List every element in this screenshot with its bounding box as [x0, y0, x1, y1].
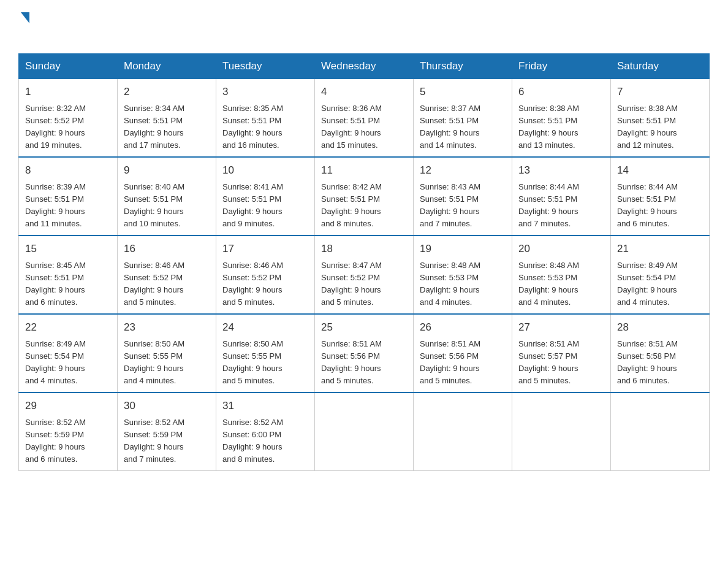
- day-info: Sunrise: 8:48 AMSunset: 5:53 PMDaylight:…: [420, 259, 506, 309]
- day-info: Sunrise: 8:49 AMSunset: 5:54 PMDaylight:…: [25, 338, 111, 388]
- calendar-day-cell: 16Sunrise: 8:46 AMSunset: 5:52 PMDayligh…: [118, 236, 216, 314]
- calendar-day-cell: 21Sunrise: 8:49 AMSunset: 5:54 PMDayligh…: [611, 236, 710, 314]
- calendar-day-cell: 26Sunrise: 8:51 AMSunset: 5:56 PMDayligh…: [414, 314, 512, 393]
- day-number: 31: [222, 398, 308, 414]
- day-number: 10: [222, 163, 308, 178]
- calendar-header-saturday: Saturday: [611, 54, 710, 79]
- calendar-day-cell: 1Sunrise: 8:32 AMSunset: 5:52 PMDaylight…: [19, 79, 118, 158]
- calendar-day-cell: 20Sunrise: 8:48 AMSunset: 5:53 PMDayligh…: [512, 236, 611, 314]
- calendar-day-cell: 22Sunrise: 8:49 AMSunset: 5:54 PMDayligh…: [19, 314, 118, 393]
- day-info: Sunrise: 8:46 AMSunset: 5:52 PMDaylight:…: [222, 259, 308, 309]
- day-info: Sunrise: 8:44 AMSunset: 5:51 PMDaylight:…: [518, 181, 604, 231]
- calendar-header-sunday: Sunday: [19, 54, 118, 79]
- logo: [18, 12, 29, 44]
- calendar-week-row: 1Sunrise: 8:32 AMSunset: 5:52 PMDaylight…: [19, 79, 710, 158]
- calendar-header-thursday: Thursday: [414, 54, 512, 79]
- calendar-week-row: 29Sunrise: 8:52 AMSunset: 5:59 PMDayligh…: [19, 393, 710, 471]
- day-number: 3: [222, 84, 308, 100]
- calendar-day-cell: 29Sunrise: 8:52 AMSunset: 5:59 PMDayligh…: [19, 393, 118, 471]
- day-number: 2: [124, 84, 210, 100]
- day-number: 13: [518, 163, 604, 178]
- day-number: 19: [420, 241, 506, 257]
- day-number: 25: [321, 320, 407, 335]
- calendar-week-row: 22Sunrise: 8:49 AMSunset: 5:54 PMDayligh…: [19, 314, 710, 393]
- day-number: 4: [321, 84, 407, 100]
- day-info: Sunrise: 8:51 AMSunset: 5:56 PMDaylight:…: [420, 338, 506, 388]
- day-number: 30: [124, 398, 210, 414]
- calendar-day-cell: 10Sunrise: 8:41 AMSunset: 5:51 PMDayligh…: [216, 157, 315, 236]
- day-info: Sunrise: 8:44 AMSunset: 5:51 PMDaylight:…: [617, 181, 703, 231]
- calendar-day-cell: 31Sunrise: 8:52 AMSunset: 6:00 PMDayligh…: [216, 393, 315, 471]
- day-number: 22: [25, 320, 111, 335]
- day-number: 12: [420, 163, 506, 178]
- day-info: Sunrise: 8:38 AMSunset: 5:51 PMDaylight:…: [617, 102, 703, 152]
- day-number: 27: [518, 320, 604, 335]
- day-number: 18: [321, 241, 407, 257]
- day-info: Sunrise: 8:51 AMSunset: 5:56 PMDaylight:…: [321, 338, 407, 388]
- day-number: 26: [420, 320, 506, 335]
- day-number: 9: [124, 163, 210, 178]
- calendar-day-cell: 7Sunrise: 8:38 AMSunset: 5:51 PMDaylight…: [611, 79, 710, 158]
- calendar-day-cell: 2Sunrise: 8:34 AMSunset: 5:51 PMDaylight…: [118, 79, 216, 158]
- logo-arrow-icon: [21, 12, 29, 23]
- calendar-day-cell: 24Sunrise: 8:50 AMSunset: 5:55 PMDayligh…: [216, 314, 315, 393]
- calendar-header-wednesday: Wednesday: [315, 54, 414, 79]
- calendar-day-cell: [611, 393, 710, 471]
- day-info: Sunrise: 8:38 AMSunset: 5:51 PMDaylight:…: [518, 102, 604, 152]
- day-info: Sunrise: 8:52 AMSunset: 5:59 PMDaylight:…: [124, 416, 210, 466]
- calendar-header-friday: Friday: [512, 54, 611, 79]
- day-info: Sunrise: 8:45 AMSunset: 5:51 PMDaylight:…: [25, 259, 111, 309]
- calendar-day-cell: 30Sunrise: 8:52 AMSunset: 5:59 PMDayligh…: [118, 393, 216, 471]
- day-info: Sunrise: 8:39 AMSunset: 5:51 PMDaylight:…: [25, 181, 111, 231]
- day-number: 17: [222, 241, 308, 257]
- calendar-day-cell: 12Sunrise: 8:43 AMSunset: 5:51 PMDayligh…: [414, 157, 512, 236]
- day-number: 8: [25, 163, 111, 178]
- calendar-day-cell: 4Sunrise: 8:36 AMSunset: 5:51 PMDaylight…: [315, 79, 414, 158]
- day-number: 24: [222, 320, 308, 335]
- day-info: Sunrise: 8:35 AMSunset: 5:51 PMDaylight:…: [222, 102, 308, 152]
- calendar-day-cell: [315, 393, 414, 471]
- calendar-day-cell: 25Sunrise: 8:51 AMSunset: 5:56 PMDayligh…: [315, 314, 414, 393]
- calendar-day-cell: 8Sunrise: 8:39 AMSunset: 5:51 PMDaylight…: [19, 157, 118, 236]
- day-info: Sunrise: 8:40 AMSunset: 5:51 PMDaylight:…: [124, 181, 210, 231]
- calendar-day-cell: 14Sunrise: 8:44 AMSunset: 5:51 PMDayligh…: [611, 157, 710, 236]
- day-info: Sunrise: 8:50 AMSunset: 5:55 PMDaylight:…: [124, 338, 210, 388]
- day-number: 1: [25, 84, 111, 100]
- day-number: 29: [25, 398, 111, 414]
- calendar-day-cell: 19Sunrise: 8:48 AMSunset: 5:53 PMDayligh…: [414, 236, 512, 314]
- day-number: 16: [124, 241, 210, 257]
- calendar-day-cell: 3Sunrise: 8:35 AMSunset: 5:51 PMDaylight…: [216, 79, 315, 158]
- day-number: 14: [617, 163, 703, 178]
- day-number: 20: [518, 241, 604, 257]
- day-info: Sunrise: 8:32 AMSunset: 5:52 PMDaylight:…: [25, 102, 111, 152]
- day-info: Sunrise: 8:47 AMSunset: 5:52 PMDaylight:…: [321, 259, 407, 309]
- day-number: 23: [124, 320, 210, 335]
- calendar-day-cell: 15Sunrise: 8:45 AMSunset: 5:51 PMDayligh…: [19, 236, 118, 314]
- calendar-day-cell: 5Sunrise: 8:37 AMSunset: 5:51 PMDaylight…: [414, 79, 512, 158]
- day-info: Sunrise: 8:46 AMSunset: 5:52 PMDaylight:…: [124, 259, 210, 309]
- calendar-day-cell: 23Sunrise: 8:50 AMSunset: 5:55 PMDayligh…: [118, 314, 216, 393]
- calendar-week-row: 8Sunrise: 8:39 AMSunset: 5:51 PMDaylight…: [19, 157, 710, 236]
- calendar-day-cell: 9Sunrise: 8:40 AMSunset: 5:51 PMDaylight…: [118, 157, 216, 236]
- calendar-header-monday: Monday: [118, 54, 216, 79]
- day-info: Sunrise: 8:48 AMSunset: 5:53 PMDaylight:…: [518, 259, 604, 309]
- day-info: Sunrise: 8:49 AMSunset: 5:54 PMDaylight:…: [617, 259, 703, 309]
- day-info: Sunrise: 8:43 AMSunset: 5:51 PMDaylight:…: [420, 181, 506, 231]
- calendar-day-cell: 6Sunrise: 8:38 AMSunset: 5:51 PMDaylight…: [512, 79, 611, 158]
- day-number: 11: [321, 163, 407, 178]
- calendar-day-cell: [512, 393, 611, 471]
- day-number: 7: [617, 84, 703, 100]
- day-number: 28: [617, 320, 703, 335]
- calendar-header-row: SundayMondayTuesdayWednesdayThursdayFrid…: [19, 54, 710, 79]
- calendar-week-row: 15Sunrise: 8:45 AMSunset: 5:51 PMDayligh…: [19, 236, 710, 314]
- calendar-day-cell: 18Sunrise: 8:47 AMSunset: 5:52 PMDayligh…: [315, 236, 414, 314]
- day-info: Sunrise: 8:42 AMSunset: 5:51 PMDaylight:…: [321, 181, 407, 231]
- day-info: Sunrise: 8:52 AMSunset: 6:00 PMDaylight:…: [222, 416, 308, 466]
- calendar-day-cell: 17Sunrise: 8:46 AMSunset: 5:52 PMDayligh…: [216, 236, 315, 314]
- day-info: Sunrise: 8:52 AMSunset: 5:59 PMDaylight:…: [25, 416, 111, 466]
- day-number: 15: [25, 241, 111, 257]
- day-number: 5: [420, 84, 506, 100]
- day-info: Sunrise: 8:50 AMSunset: 5:55 PMDaylight:…: [222, 338, 308, 388]
- day-info: Sunrise: 8:51 AMSunset: 5:57 PMDaylight:…: [518, 338, 604, 388]
- day-info: Sunrise: 8:37 AMSunset: 5:51 PMDaylight:…: [420, 102, 506, 152]
